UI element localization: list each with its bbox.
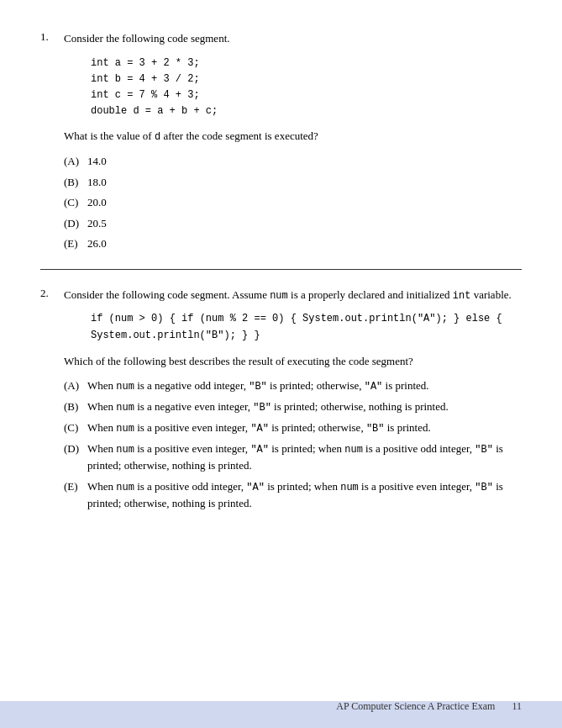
choice-2-d: (D) When num is a positive even integer,… bbox=[64, 440, 522, 474]
q2-prompt-text: Which of the following best describes th… bbox=[64, 355, 413, 367]
q2c-code3: "B" bbox=[366, 423, 385, 435]
choice-2-a: (A) When num is a negative odd integer, … bbox=[64, 377, 522, 394]
q2-intro-mid: is a properly declared and initialized bbox=[291, 288, 450, 301]
choice-text-1b: 18.0 bbox=[87, 174, 522, 191]
q2e-code2: "A" bbox=[246, 482, 265, 493]
q2-intro-pre: Consider the following code segment. Ass… bbox=[64, 288, 267, 301]
q2-code-line-9: System.out.println("B"); bbox=[91, 330, 236, 341]
footer-exam-name: AP Computer Science A Practice Exam bbox=[336, 700, 495, 713]
q2-intro-code-int: int bbox=[453, 290, 471, 302]
q2-code-line-8: { bbox=[496, 313, 502, 324]
choice-1-b: (B) 18.0 bbox=[64, 174, 522, 191]
q2b-code2: "B" bbox=[253, 402, 271, 414]
q2-code-line-3: if (num % 2 == 0) bbox=[181, 313, 284, 324]
choice-label-2a: (A) bbox=[64, 377, 84, 394]
code-line-3: int c = 7 % 4 + 3; bbox=[91, 87, 522, 103]
code-line-4: double d = a + b + c; bbox=[91, 103, 522, 119]
q2a-code1: num bbox=[116, 381, 134, 393]
choice-1-c: (C) 20.0 bbox=[64, 194, 522, 211]
q2-intro-end: variable. bbox=[474, 288, 512, 301]
q2-code-line-11: } bbox=[254, 330, 260, 341]
q2-code-line-10: } bbox=[242, 330, 248, 341]
question-1-intro: Consider the following code segment. bbox=[64, 30, 230, 47]
q2a-code2: "B" bbox=[249, 381, 267, 393]
q2a-code3: "A" bbox=[365, 381, 383, 393]
choice-text-2d: When num is a positive even integer, "A"… bbox=[87, 440, 522, 474]
choice-2-c: (C) When num is a positive even integer,… bbox=[64, 419, 522, 436]
footer: AP Computer Science A Practice Exam 11 bbox=[336, 700, 522, 713]
choice-label-1d: (D) bbox=[64, 215, 84, 232]
choice-text-1c: 20.0 bbox=[87, 194, 522, 211]
choice-1-e: (E) 26.0 bbox=[64, 235, 522, 252]
question-1-choices: (A) 14.0 (B) 18.0 (C) 20.0 (D) 20.5 (E) … bbox=[64, 153, 522, 252]
page: 1. Consider the following code segment. … bbox=[0, 0, 562, 728]
footer-page-number: 11 bbox=[512, 700, 522, 713]
question-2-header: 2. Consider the following code segment. … bbox=[40, 287, 522, 303]
question-2-intro: Consider the following code segment. Ass… bbox=[64, 287, 512, 303]
choice-text-2e: When num is a positive odd integer, "A" … bbox=[87, 478, 522, 512]
choice-text-1e: 26.0 bbox=[87, 235, 522, 252]
section-divider bbox=[40, 269, 522, 270]
choice-text-2a: When num is a negative odd integer, "B" … bbox=[87, 377, 522, 394]
q2c-code1: num bbox=[116, 423, 134, 435]
choice-text-1d: 20.5 bbox=[87, 215, 522, 232]
choice-label-1c: (C) bbox=[64, 194, 84, 211]
choice-text-2b: When num is a negative even integer, "B"… bbox=[87, 398, 522, 415]
q2-code-line-7: else bbox=[466, 313, 491, 324]
choice-1-a: (A) 14.0 bbox=[64, 153, 522, 170]
q2-code-line-6: } bbox=[454, 313, 460, 324]
q2e-code3: num bbox=[340, 482, 359, 493]
q2d-code4: "B" bbox=[475, 444, 493, 456]
q2d-code3: num bbox=[344, 444, 363, 456]
choice-label-1e: (E) bbox=[64, 235, 84, 252]
question-1-code: int a = 3 + 2 * 3; int b = 4 + 3 / 2; in… bbox=[91, 55, 522, 120]
choice-label-2b: (B) bbox=[64, 398, 84, 415]
q2-code-line-2: { bbox=[170, 313, 176, 324]
prompt-code-d: d bbox=[155, 131, 160, 143]
choice-2-e: (E) When num is a positive odd integer, … bbox=[64, 478, 522, 512]
code-line-2: int b = 4 + 3 / 2; bbox=[91, 71, 522, 87]
question-2-prompt: Which of the following best describes th… bbox=[64, 353, 522, 370]
choice-2-b: (B) When num is a negative even integer,… bbox=[64, 398, 522, 415]
q2-code-line-4: { bbox=[291, 313, 297, 324]
q2d-code2: "A" bbox=[250, 444, 269, 456]
q2c-code2: "A" bbox=[250, 423, 269, 435]
q2e-code4: "B" bbox=[475, 482, 493, 493]
choice-text-1a: 14.0 bbox=[87, 153, 522, 170]
question-2-number: 2. bbox=[40, 287, 57, 303]
q2-code-line-5: System.out.println("A"); bbox=[302, 313, 448, 324]
question-2-code: if (num > 0) { if (num % 2 == 0) { Syste… bbox=[91, 310, 522, 345]
choice-label-2d: (D) bbox=[64, 440, 84, 474]
question-2-choices: (A) When num is a negative odd integer, … bbox=[64, 377, 522, 511]
question-1: 1. Consider the following code segment. … bbox=[40, 30, 522, 252]
choice-label-2c: (C) bbox=[64, 419, 84, 436]
choice-text-2c: When num is a positive even integer, "A"… bbox=[87, 419, 522, 436]
q2e-code1: num bbox=[116, 482, 134, 493]
choice-label-1b: (B) bbox=[64, 174, 84, 191]
q2-code-line-1: if (num > 0) bbox=[91, 313, 163, 324]
code-line-1: int a = 3 + 2 * 3; bbox=[91, 55, 522, 71]
question-1-header: 1. Consider the following code segment. bbox=[40, 30, 522, 47]
question-2: 2. Consider the following code segment. … bbox=[40, 287, 522, 511]
q2d-code1: num bbox=[116, 444, 134, 456]
question-1-prompt: What is the value of d after the code se… bbox=[64, 128, 522, 145]
prompt-text-2: after the code segment is executed? bbox=[163, 129, 318, 142]
q2-intro-code-num: num bbox=[270, 290, 288, 302]
choice-1-d: (D) 20.5 bbox=[64, 215, 522, 232]
q2b-code1: num bbox=[116, 402, 134, 414]
choice-label-2e: (E) bbox=[64, 478, 84, 512]
prompt-text-1: What is the value of bbox=[64, 129, 152, 142]
question-1-number: 1. bbox=[40, 30, 57, 47]
choice-label-1a: (A) bbox=[64, 153, 84, 170]
